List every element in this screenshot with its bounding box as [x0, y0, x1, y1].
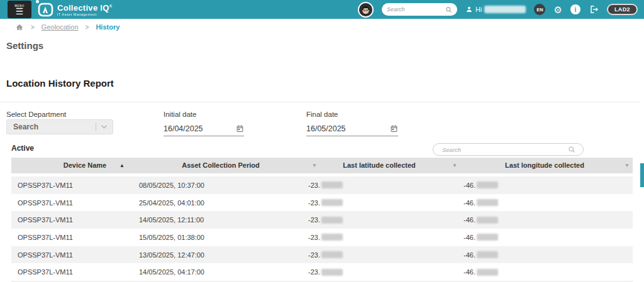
- longitude-redacted: [477, 182, 498, 188]
- latitude-redacted: [321, 217, 343, 224]
- department-label: Select Department: [6, 111, 66, 118]
- breadcrumb-current-page: History: [96, 23, 119, 31]
- cell-collection-period: 15/05/2025, 01:38:00: [139, 234, 204, 241]
- column-header-device-name[interactable]: Device Name: [64, 158, 107, 173]
- scrollbar-thumb[interactable]: [640, 163, 644, 187]
- latitude-redacted: [321, 182, 343, 188]
- table-header-row: Device Name ▲ Asset Collection Period ▼ …: [11, 158, 633, 173]
- report-title: Location History Report: [6, 78, 114, 89]
- cell-device-name: OPSSP37L-VM11: [18, 268, 73, 276]
- cell-collection-period: 14/05/2025, 04:17:00: [139, 268, 204, 276]
- table-row[interactable]: OPSSP37L-VM11 14/05/2025, 12:11:00 -23. …: [11, 211, 633, 229]
- calendar-icon[interactable]: [236, 124, 244, 133]
- department-select[interactable]: Search: [6, 119, 113, 134]
- sort-descending-icon[interactable]: ▼: [312, 158, 317, 173]
- registered-mark: ®: [109, 4, 113, 8]
- cell-latitude: -23.: [308, 268, 343, 276]
- cell-device-name: OPSSP37L-VM11: [18, 216, 73, 224]
- cell-device-name: OPSSP37L-VM11: [18, 234, 73, 241]
- table-row[interactable]: OPSSP37L-VM11 13/05/2025, 12:47:00 -23. …: [11, 246, 633, 264]
- latitude-redacted: [321, 199, 343, 206]
- cell-longitude: -46.: [464, 199, 498, 207]
- column-header-last-latitude[interactable]: Last latitude collected: [343, 158, 416, 173]
- global-search-input[interactable]: Search: [382, 3, 457, 16]
- cell-collection-period: 13/05/2025, 12:47:00: [139, 251, 204, 259]
- initial-date-label: Initial date: [164, 111, 196, 118]
- app-window: MENU ☰ Collective IQ® IT Asset Managemen…: [0, 0, 644, 282]
- sort-ascending-icon[interactable]: ▲: [119, 158, 125, 173]
- latitude-redacted: [321, 269, 343, 276]
- cell-latitude: -23.: [308, 199, 343, 207]
- cell-latitude: -23.: [308, 216, 343, 224]
- cell-latitude: -23.: [308, 182, 343, 189]
- cell-longitude: -46.: [464, 268, 498, 276]
- cell-device-name: OPSSP37L-VM11: [18, 251, 73, 259]
- latitude-redacted: [321, 251, 343, 258]
- table-row[interactable]: OPSSP37L-VM11 25/04/2025, 04:01:00 -23. …: [11, 194, 633, 212]
- breadcrumb-geolocation-link[interactable]: Geolocation: [42, 23, 79, 31]
- search-icon: [568, 146, 575, 153]
- user-menu[interactable]: Hi: [465, 6, 526, 13]
- breadcrumb: > Geolocation > History: [0, 19, 644, 35]
- section-divider: [0, 102, 644, 102]
- user-name-redacted: [484, 6, 526, 13]
- breadcrumb-separator: >: [86, 24, 89, 31]
- final-date-input[interactable]: 16/05/2025: [306, 121, 398, 136]
- environment-badge[interactable]: LAD2: [607, 4, 638, 15]
- cell-collection-period: 25/04/2025, 04:01:00: [139, 199, 204, 207]
- scrollbar-track[interactable]: [640, 19, 644, 282]
- initial-date-value: 16/04/2025: [164, 124, 203, 133]
- user-avatar[interactable]: [358, 2, 374, 18]
- cell-device-name: OPSSP37L-VM11: [18, 182, 73, 189]
- latitude-redacted: [321, 234, 343, 241]
- top-navigation-bar: MENU ☰ Collective IQ® IT Asset Managemen…: [0, 0, 644, 19]
- select-divider: [96, 122, 96, 131]
- cell-latitude: -23.: [308, 234, 343, 241]
- sort-descending-icon[interactable]: ▼: [625, 158, 630, 173]
- cell-longitude: -46.: [464, 216, 498, 224]
- user-greeting: Hi: [475, 6, 482, 13]
- cell-latitude: -23.: [308, 251, 343, 259]
- settings-gear-icon[interactable]: ⚙: [553, 5, 562, 14]
- final-date-label: Final date: [306, 111, 338, 118]
- longitude-redacted: [477, 217, 498, 224]
- table-search-placeholder: Search: [442, 146, 568, 153]
- chevron-down-icon[interactable]: [101, 124, 108, 129]
- cell-collection-period: 14/05/2025, 12:11:00: [139, 216, 204, 224]
- initial-date-input[interactable]: 16/04/2025: [164, 121, 244, 136]
- brand-logo-icon: [37, 2, 53, 17]
- global-search-placeholder: Search: [387, 6, 441, 13]
- language-badge[interactable]: EN: [534, 4, 545, 15]
- page-title: Settings: [6, 40, 43, 51]
- table-search-input[interactable]: Search: [433, 143, 584, 156]
- menu-button[interactable]: MENU ☰: [8, 1, 31, 18]
- breadcrumb-separator: >: [31, 24, 35, 31]
- brand-logo[interactable]: Collective IQ® IT Asset Management: [37, 2, 112, 17]
- department-select-value: Search: [7, 122, 96, 131]
- hamburger-icon: ☰: [16, 8, 24, 15]
- cell-longitude: -46.: [464, 182, 498, 189]
- search-icon: [445, 6, 452, 13]
- person-icon: [465, 6, 473, 13]
- column-header-last-longitude[interactable]: Last longitude collected: [505, 158, 584, 173]
- cell-collection-period: 08/05/2025, 10:37:00: [139, 182, 204, 189]
- table-row[interactable]: OPSSP37L-VM11 08/05/2025, 10:37:00 -23. …: [11, 176, 633, 194]
- topbar-right-cluster: Search Hi EN ⚙ i: [358, 2, 644, 18]
- cell-device-name: OPSSP37L-VM11: [18, 199, 73, 207]
- calendar-icon[interactable]: [390, 124, 398, 133]
- home-icon[interactable]: [15, 23, 24, 31]
- logout-icon[interactable]: [589, 4, 599, 14]
- status-badge: Active: [11, 144, 34, 153]
- column-header-collection-period[interactable]: Asset Collection Period: [182, 158, 259, 173]
- longitude-redacted: [477, 251, 498, 258]
- table-row[interactable]: OPSSP37L-VM11 15/05/2025, 01:38:00 -23. …: [11, 229, 633, 246]
- longitude-redacted: [477, 199, 498, 206]
- brand-name: Collective IQ®: [57, 3, 112, 12]
- cell-longitude: -46.: [464, 251, 498, 259]
- sort-descending-icon[interactable]: ▼: [452, 158, 457, 173]
- info-icon[interactable]: i: [570, 4, 580, 14]
- table-row[interactable]: OPSSP37L-VM11 14/05/2025, 04:17:00 -23. …: [11, 264, 633, 281]
- brand-tagline: IT Asset Management: [57, 13, 112, 16]
- longitude-redacted: [477, 269, 498, 276]
- cell-longitude: -46.: [464, 234, 498, 241]
